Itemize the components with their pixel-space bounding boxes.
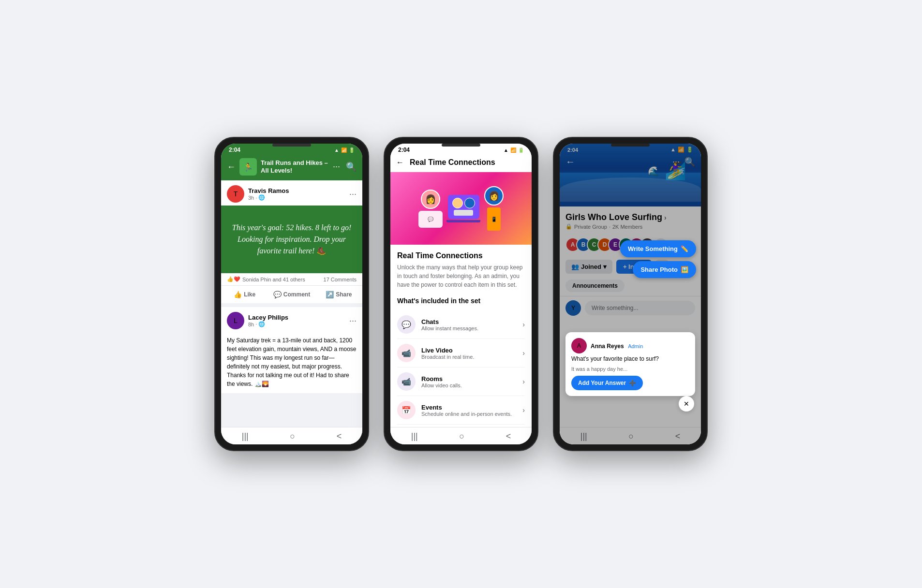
back-icon[interactable]: ←	[227, 162, 236, 172]
speech-bubble: 💬	[418, 211, 443, 228]
share-photo-button[interactable]: Share Photo 🖼️	[633, 261, 696, 278]
phone1-header-title: Trail Runs and Hikes – All Levels!	[261, 159, 329, 174]
rooms-chevron: ›	[522, 378, 525, 385]
phone2-header-title: Real Time Connections	[410, 158, 526, 167]
phone1-time: 2:04	[229, 147, 240, 153]
post1-meta: 3h · 🌐	[248, 194, 345, 201]
comments-count: 17 Comments	[324, 277, 357, 282]
search-icon[interactable]: 🔍	[346, 162, 357, 172]
like-reaction-icon: 👍❤️	[227, 276, 240, 282]
privacy-icon: ·	[255, 195, 257, 201]
phone-3: 2:04 ▲ 📶 🔋 ← ··· 🔍	[553, 137, 708, 451]
live-text: Live Video Broadcast in real time.	[421, 347, 517, 360]
illus-person-left: 👩 💬	[418, 190, 443, 228]
events-icon: 📅	[397, 401, 416, 419]
phones-container: 2:04 ▲ 📶 🔋 ← 🏃 Trail Runs and Hikes – Al…	[214, 137, 708, 451]
post2-text: My Saturday trek = a 13-mile out and bac…	[221, 332, 362, 393]
chats-name: Chats	[421, 318, 517, 325]
phone3-screen: 2:04 ▲ 📶 🔋 ← ··· 🔍	[560, 144, 701, 444]
phone-2: 2:04 ▲ 📶 🔋 ← Real Time Connections 👩	[384, 137, 538, 451]
chats-text: Chats Allow instant messages.	[421, 318, 517, 331]
back-button[interactable]: <	[337, 431, 342, 441]
rooms-icon: 📹	[397, 372, 416, 391]
write-icon: ✏️	[681, 245, 688, 252]
post-2: L Lacey Philips 8h · 🌐 ··· My Saturday t…	[221, 307, 362, 393]
video-faces	[452, 198, 475, 208]
post1-author: Travis Ramos 3h · 🌐	[248, 187, 345, 201]
phone2-status-bar: 2:04 ▲ 📶 🔋	[390, 144, 532, 155]
phone1-nav: ||| ○ <	[221, 427, 362, 444]
home-button[interactable]: ○	[290, 431, 295, 441]
like-icon: 👍	[234, 291, 242, 298]
like-button[interactable]: 👍 Like	[221, 288, 268, 301]
post2-header: L Lacey Philips 8h · 🌐 ···	[221, 307, 362, 332]
rtc-description: Unlock the many ways that help your grou…	[397, 263, 525, 289]
post1-green-body: This year's goal: 52 hikes. 8 left to go…	[221, 206, 362, 273]
live-desc: Broadcast in real time.	[421, 354, 517, 360]
add-icon: ➕	[629, 380, 636, 386]
rtc-item-events[interactable]: 📅 Events Schedule online and in-person e…	[397, 396, 525, 425]
home-button[interactable]: ○	[459, 431, 464, 441]
phone2-nav: ||| ○ <	[390, 427, 532, 444]
admin-badge: Admin	[628, 343, 643, 349]
phone2-header: ← Real Time Connections	[390, 155, 532, 172]
rtc-included-label: What's included in the set	[397, 297, 525, 305]
calendar-icon	[454, 210, 473, 216]
post2-avatar: L	[227, 312, 244, 329]
chats-icon: 💬	[397, 315, 416, 334]
card-author-avatar: A	[571, 338, 587, 353]
post1-header: T Travis Ramos 3h · 🌐 ···	[221, 180, 362, 206]
face2	[464, 198, 475, 208]
rtc-section-title: Real Time Connections	[397, 251, 525, 260]
live-chevron: ›	[522, 349, 525, 357]
rtc-item-rooms[interactable]: 📹 Rooms Allow video calls. ›	[397, 368, 525, 396]
rtc-item-chats[interactable]: 💬 Chats Allow instant messages. ›	[397, 310, 525, 339]
wifi-icon: 📶	[341, 147, 347, 153]
post1-reactions: 👍❤️ Sonida Phin and 41 others 17 Comment…	[221, 273, 362, 286]
group-icon: 🏃	[239, 158, 257, 176]
rooms-text: Rooms Allow video calls.	[421, 375, 517, 388]
back-icon[interactable]: ←	[396, 158, 404, 167]
live-name: Live Video	[421, 347, 517, 354]
post-1: T Travis Ramos 3h · 🌐 ···	[221, 180, 362, 303]
photo-icon: 🖼️	[681, 266, 688, 273]
events-text: Events Schedule online and in-person eve…	[421, 404, 517, 417]
events-desc: Schedule online and in-person events.	[421, 411, 517, 417]
post2-more-icon[interactable]: ···	[349, 316, 357, 326]
laptop-base	[446, 220, 480, 222]
signal-icon: ▲	[504, 147, 508, 153]
battery-icon: 🔋	[349, 147, 355, 153]
post1-avatar: T	[227, 185, 244, 203]
globe-icon: 🌐	[258, 194, 265, 201]
face1	[452, 198, 463, 208]
illus-laptop	[446, 195, 480, 222]
post1-author-name: Travis Ramos	[248, 187, 345, 194]
more-icon[interactable]: ···	[333, 162, 340, 172]
comment-button[interactable]: 💬 Comment	[268, 288, 315, 301]
laptop-screen	[448, 195, 479, 219]
add-answer-button[interactable]: Add Your Answer ➕	[571, 376, 643, 390]
live-icon: 📹	[397, 344, 416, 362]
comment-icon: 💬	[273, 291, 282, 298]
rtc-item-live-video[interactable]: 📹 Live Video Broadcast in real time. ›	[397, 339, 525, 368]
post1-more-icon[interactable]: ···	[349, 189, 357, 199]
avatar-initial: L	[234, 317, 238, 324]
back-button[interactable]: <	[506, 431, 511, 441]
card-author-name: Anna Reyes	[591, 343, 624, 350]
phone2-time: 2:04	[398, 147, 410, 153]
gesture-bar: |||	[242, 431, 249, 441]
post2-author-name: Lacey Philips	[248, 314, 345, 321]
phone1-feed: T Travis Ramos 3h · 🌐 ···	[221, 180, 362, 427]
privacy-icon: · 🌐	[255, 321, 265, 327]
rooms-desc: Allow video calls.	[421, 382, 517, 388]
rtc-body: Real Time Connections Unlock the many wa…	[390, 245, 532, 427]
chats-chevron: ›	[522, 321, 525, 328]
phone-icon: 📱	[487, 207, 501, 231]
share-button[interactable]: ↗️ Share	[315, 288, 362, 301]
share-icon: ↗️	[326, 291, 334, 298]
write-something-button[interactable]: Write Something ✏️	[620, 240, 696, 257]
popup-close-button[interactable]: ✕	[679, 396, 694, 412]
reactions-left: 👍❤️ Sonida Phin and 41 others	[227, 276, 305, 282]
phone1-screen: 2:04 ▲ 📶 🔋 ← 🏃 Trail Runs and Hikes – Al…	[221, 144, 362, 444]
post-preview-text: It was a happy day he...	[571, 366, 689, 372]
